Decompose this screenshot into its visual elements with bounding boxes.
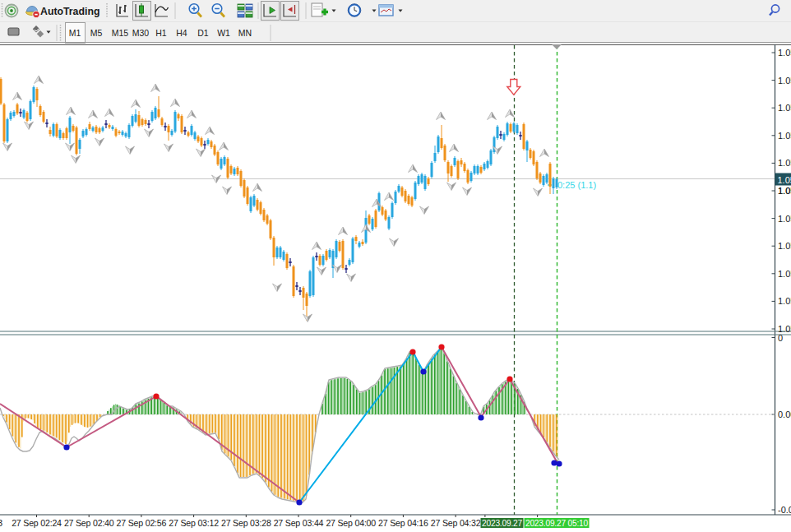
svg-text:1.05: 1.05	[778, 186, 791, 196]
svg-text:-0.0: -0.0	[778, 505, 791, 515]
svg-text:0: 0	[778, 333, 783, 343]
svg-text:0:25 (1.1): 0:25 (1.1)	[557, 180, 596, 190]
svg-text:1.05: 1.05	[778, 269, 791, 279]
svg-text:1.05: 1.05	[778, 48, 791, 58]
svg-text:27 Sep 02:24: 27 Sep 02:24	[12, 518, 62, 528]
svg-text:1.05: 1.05	[778, 103, 791, 113]
svg-text:2023.09.27 05:10: 2023.09.27 05:10	[525, 519, 589, 528]
svg-text:1.05: 1.05	[778, 175, 791, 185]
svg-text:27 Sep 03:28: 27 Sep 03:28	[221, 518, 271, 528]
svg-text:1.05: 1.05	[778, 76, 791, 86]
svg-text:2023.09.27: 2023.09.27	[482, 519, 523, 528]
svg-text:1.05: 1.05	[778, 296, 791, 306]
svg-text:1.05: 1.05	[778, 214, 791, 224]
svg-text:27 Sep 04:00: 27 Sep 04:00	[326, 518, 376, 528]
svg-text:1.05: 1.05	[778, 131, 791, 141]
svg-text:27 Sep 02:40: 27 Sep 02:40	[64, 518, 114, 528]
svg-text:1.05: 1.05	[778, 241, 791, 251]
svg-text:27 Sep 03:12: 27 Sep 03:12	[169, 518, 219, 528]
svg-text:27 Sep 02:56: 27 Sep 02:56	[117, 518, 167, 528]
svg-text:1.05: 1.05	[778, 158, 791, 168]
svg-text:0.00: 0.00	[778, 409, 791, 419]
svg-text:3: 3	[0, 518, 2, 528]
svg-text:27 Sep 04:32: 27 Sep 04:32	[431, 518, 481, 528]
svg-text:27 Sep 04:16: 27 Sep 04:16	[378, 518, 428, 528]
svg-text:27 Sep 03:44: 27 Sep 03:44	[274, 518, 324, 528]
